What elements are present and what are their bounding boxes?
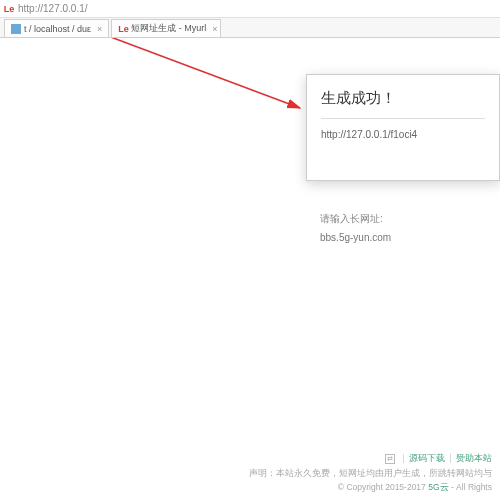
url-text: http://127.0.0.1/: [18, 3, 88, 14]
generated-short-url[interactable]: http://127.0.0.1/f1oci4: [321, 129, 485, 140]
browser-address-bar[interactable]: Le http://127.0.0.1/: [0, 0, 500, 18]
site-favicon-icon: Le: [4, 4, 14, 14]
long-url-input[interactable]: bbs.5g-yun.com: [320, 232, 486, 243]
tab-label: t / localhost / duε: [24, 24, 91, 34]
tab-localhost[interactable]: t / localhost / duε ×: [4, 19, 109, 37]
tab-favicon-icon: Le: [118, 24, 128, 34]
tab-close-icon[interactable]: ×: [212, 24, 217, 34]
svg-rect-0: [11, 24, 21, 34]
tab-favicon-icon: [11, 24, 21, 34]
tab-label: 短网址生成 - Myurl: [131, 22, 206, 35]
tab-myurl[interactable]: Le 短网址生成 - Myurl ×: [111, 19, 221, 37]
footer-stats-icon: ⇄: [385, 454, 395, 464]
link-source-download[interactable]: 源码下载: [409, 453, 445, 463]
success-dialog: 生成成功！ http://127.0.0.1/f1oci4: [306, 74, 500, 181]
dialog-separator: [321, 118, 485, 119]
svg-line-1: [60, 38, 300, 108]
link-sponsor[interactable]: 赞助本站: [456, 453, 492, 463]
long-url-label: 请输入长网址:: [320, 212, 486, 226]
footer-links: ⇄ | 源码下载 | 赞助本站: [8, 453, 492, 465]
url-form: 请输入长网址: bbs.5g-yun.com: [306, 204, 500, 251]
page-footer: ⇄ | 源码下载 | 赞助本站 声明：本站永久免费，短网址均由用户生成，所跳转网…: [0, 447, 500, 500]
page-viewport: 生成成功！ http://127.0.0.1/f1oci4 请输入长网址: bb…: [0, 38, 500, 500]
footer-disclaimer: 声明：本站永久免费，短网址均由用户生成，所跳转网站均与: [8, 468, 492, 480]
footer-copyright: © Copyright 2015-2017 5G云 - All Rights: [8, 482, 492, 494]
tab-close-icon[interactable]: ×: [97, 24, 102, 34]
dialog-title: 生成成功！: [321, 89, 485, 108]
tab-strip: t / localhost / duε × Le 短网址生成 - Myurl ×: [0, 18, 500, 38]
